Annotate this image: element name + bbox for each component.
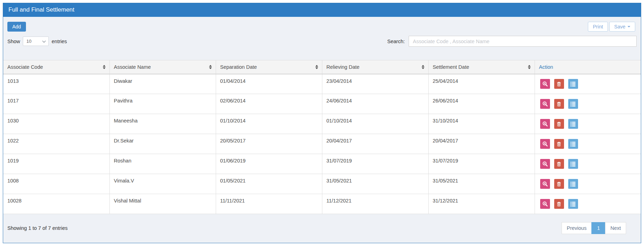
table-row: 1030 Maneesha 01/10/2014 01/10/2014 31/1…: [3, 114, 641, 134]
cell-actions: [535, 194, 641, 214]
search-input[interactable]: [409, 36, 637, 47]
cell-separation-date: 11/11/2021: [216, 194, 322, 214]
table-row: 1022 Dr.Sekar 20/05/2017 20/04/2017 20/0…: [3, 134, 641, 154]
list-button[interactable]: [568, 119, 578, 129]
page-size-select[interactable]: 10: [23, 36, 49, 46]
view-button[interactable]: [540, 179, 550, 189]
cell-associate-code: 1017: [3, 94, 109, 114]
cell-associate-code: 1030: [3, 114, 109, 134]
column-header[interactable]: Settlement Date: [428, 60, 535, 74]
cell-associate-code: 1013: [3, 74, 109, 94]
cell-actions: [535, 154, 641, 174]
show-label: Show: [7, 39, 20, 44]
cell-actions: [535, 174, 641, 194]
cell-associate-code: 1019: [3, 154, 109, 174]
delete-button[interactable]: [554, 79, 564, 89]
cell-actions: [535, 134, 641, 154]
add-button[interactable]: Add: [7, 22, 26, 32]
trash-icon: [556, 101, 562, 107]
view-button[interactable]: [540, 79, 550, 89]
cell-associate-code: 1022: [3, 134, 109, 154]
delete-button[interactable]: [554, 159, 564, 169]
trash-icon: [556, 141, 562, 147]
cell-relieving-date: 31/07/2019: [322, 154, 428, 174]
table-row: 1017 Pavithra 02/06/2014 24/06/2014 26/0…: [3, 94, 641, 114]
view-button[interactable]: [540, 99, 550, 109]
sort-icon: [528, 65, 531, 69]
view-button[interactable]: [540, 159, 550, 169]
previous-page-button[interactable]: Previous: [562, 222, 592, 234]
sort-icon: [315, 65, 318, 69]
table-row: 1013 Diwakar 01/04/2014 23/04/2014 25/04…: [3, 74, 641, 94]
list-button[interactable]: [568, 179, 578, 189]
page-1-button[interactable]: 1: [591, 222, 605, 234]
delete-button[interactable]: [554, 199, 564, 209]
sort-icon: [422, 65, 424, 69]
list-button[interactable]: [568, 199, 578, 209]
zoom-in-icon: [542, 201, 548, 207]
list-icon: [570, 181, 576, 187]
cell-separation-date: 20/05/2017: [216, 134, 322, 154]
delete-button[interactable]: [554, 119, 564, 129]
list-button[interactable]: [568, 79, 578, 89]
page-title: Full and Final Settlement: [3, 3, 641, 17]
cell-separation-date: 01/04/2014: [216, 74, 322, 94]
column-header[interactable]: Separation Date: [216, 60, 322, 74]
list-button[interactable]: [568, 139, 578, 149]
next-page-button[interactable]: Next: [605, 222, 626, 234]
list-icon: [570, 101, 576, 107]
column-header-label: Settlement Date: [433, 64, 469, 70]
zoom-in-icon: [542, 181, 548, 187]
view-button[interactable]: [540, 119, 550, 129]
table-row: 1019 Roshan 01/06/2019 31/07/2019 31/07/…: [3, 154, 641, 174]
cell-relieving-date: 11/12/2021: [322, 194, 428, 214]
column-header[interactable]: Relieving Date: [322, 60, 428, 74]
column-header[interactable]: Associate Code: [3, 60, 109, 74]
column-header[interactable]: Associate Name: [109, 60, 216, 74]
list-icon: [570, 201, 576, 207]
header-row: Associate Code Associate Name Separation…: [3, 60, 641, 74]
cell-relieving-date: 24/06/2014: [322, 94, 428, 114]
save-button[interactable]: Save: [609, 22, 635, 32]
cell-separation-date: 01/05/2021: [216, 174, 322, 194]
zoom-in-icon: [542, 101, 548, 107]
cell-settlement-date: 25/04/2014: [428, 74, 535, 94]
list-icon: [570, 141, 576, 147]
entries-label: entries: [52, 39, 67, 44]
cell-settlement-date: 20/04/2017: [428, 134, 535, 154]
trash-icon: [556, 201, 562, 207]
view-button[interactable]: [540, 139, 550, 149]
controls-area: Add Print Save Show 10 entries Search:: [3, 17, 641, 60]
print-button[interactable]: Print: [588, 22, 608, 32]
print-button-label: Print: [593, 24, 603, 29]
list-button[interactable]: [568, 99, 578, 109]
table-row: 10028 Vishal Mittal 11/11/2021 11/12/202…: [3, 194, 641, 214]
cell-separation-date: 01/10/2014: [216, 114, 322, 134]
cell-actions: [535, 94, 641, 114]
table-body: 1013 Diwakar 01/04/2014 23/04/2014 25/04…: [3, 74, 641, 214]
cell-settlement-date: 31/05/2021: [428, 174, 535, 194]
save-button-label: Save: [614, 24, 625, 29]
cell-relieving-date: 01/10/2014: [322, 114, 428, 134]
delete-button[interactable]: [554, 99, 564, 109]
pagination: Previous 1 Next: [562, 222, 626, 234]
list-button[interactable]: [568, 159, 578, 169]
cell-associate-name: Roshan: [109, 154, 216, 174]
cell-associate-name: Vishal Mittal: [109, 194, 216, 214]
column-header-label: Action: [539, 64, 553, 70]
cell-associate-name: Vimala.V: [109, 174, 216, 194]
trash-icon: [556, 121, 562, 127]
delete-button[interactable]: [554, 179, 564, 189]
caret-down-icon: [628, 26, 630, 27]
zoom-in-icon: [542, 141, 548, 147]
trash-icon: [556, 161, 562, 167]
cell-settlement-date: 31/10/2014: [428, 114, 535, 134]
search-label: Search:: [387, 39, 405, 44]
view-button[interactable]: [540, 199, 550, 209]
delete-button[interactable]: [554, 139, 564, 149]
trash-icon: [556, 81, 562, 87]
cell-associate-name: Diwakar: [109, 74, 216, 94]
cell-relieving-date: 23/04/2014: [322, 74, 428, 94]
entries-info: Showing 1 to 7 of 7 entries: [7, 225, 68, 231]
cell-settlement-date: 26/06/2014: [428, 94, 535, 114]
